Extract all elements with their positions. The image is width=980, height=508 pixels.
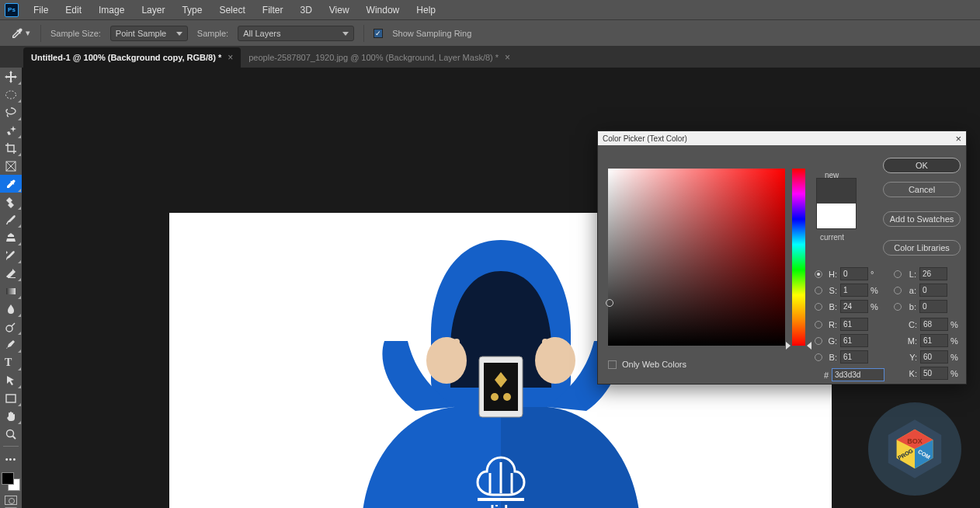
screen-mode-button[interactable] — [0, 505, 22, 508]
hue-indicator-right-icon — [807, 342, 811, 350]
svg-rect-8 — [478, 498, 524, 501]
ok-button[interactable]: OK — [883, 158, 961, 173]
svg-point-0 — [6, 91, 16, 99]
svg-rect-15 — [542, 339, 548, 360]
quick-mask-toggle[interactable] — [5, 496, 17, 505]
add-to-swatches-button[interactable]: Add to Swatches — [883, 211, 961, 227]
cancel-button[interactable]: Cancel — [883, 182, 961, 197]
radio-g[interactable] — [815, 337, 822, 345]
blur-tool[interactable] — [0, 300, 22, 318]
g-input[interactable] — [840, 334, 868, 347]
radio-h[interactable] — [815, 270, 822, 278]
brush-tool[interactable] — [0, 211, 22, 228]
menu-image[interactable]: Image — [90, 5, 133, 16]
marquee-tool[interactable] — [0, 85, 22, 103]
close-icon[interactable]: × — [505, 52, 510, 63]
hue-slider[interactable] — [792, 169, 805, 346]
k-input[interactable] — [920, 367, 948, 380]
tab-label: people-2587807_1920.jpg @ 100% (Backgrou… — [248, 53, 499, 62]
m-input[interactable] — [920, 334, 948, 347]
history-brush-tool[interactable] — [0, 246, 22, 264]
radio-r[interactable] — [815, 321, 822, 329]
frame-tool[interactable] — [0, 157, 22, 175]
svg-rect-2 — [6, 288, 16, 294]
hex-input[interactable] — [832, 368, 884, 381]
clone-stamp-tool[interactable] — [0, 228, 22, 246]
dialog-titlebar[interactable]: Color Picker (Text Color) × — [598, 131, 966, 145]
eraser-tool[interactable] — [0, 264, 22, 282]
close-icon[interactable]: × — [955, 133, 961, 144]
saturation-brightness-field[interactable] — [608, 169, 785, 346]
radio-l[interactable] — [894, 270, 902, 278]
menu-window[interactable]: Window — [358, 5, 408, 16]
color-swatches[interactable] — [2, 472, 20, 491]
quick-selection-tool[interactable] — [0, 121, 22, 139]
divider — [3, 446, 19, 447]
type-tool[interactable]: T — [0, 353, 22, 371]
active-tool-eyedropper-icon[interactable]: ▾ — [9, 25, 31, 42]
radio-b[interactable] — [815, 303, 822, 311]
dialog-title: Color Picker (Text Color) — [603, 134, 687, 143]
a-input[interactable] — [919, 284, 947, 297]
svg-rect-14 — [454, 339, 460, 360]
sample-size-select[interactable]: Point Sample — [110, 26, 188, 41]
radio-s[interactable] — [815, 287, 822, 294]
color-preview — [816, 178, 857, 229]
svg-rect-17 — [561, 341, 567, 363]
menu-view[interactable]: View — [321, 5, 358, 16]
close-icon[interactable]: × — [228, 52, 233, 63]
eyedropper-tool[interactable] — [0, 175, 22, 193]
gradient-tool[interactable] — [0, 282, 22, 300]
svg-rect-12 — [435, 341, 441, 363]
menu-filter[interactable]: Filter — [254, 5, 292, 16]
r-input[interactable] — [840, 318, 868, 331]
hand-tool[interactable] — [0, 407, 22, 425]
zoom-tool[interactable] — [0, 425, 22, 443]
move-tool[interactable] — [0, 68, 22, 85]
c-input[interactable] — [920, 318, 948, 331]
path-selection-tool[interactable] — [0, 371, 22, 389]
bl-input[interactable] — [919, 300, 947, 313]
l-input[interactable] — [919, 267, 947, 280]
label-current: current — [820, 233, 844, 242]
menu-file[interactable]: File — [25, 5, 57, 16]
edit-toolbar-button[interactable]: ••• — [0, 450, 22, 468]
sample-layers-select[interactable]: All Layers — [238, 26, 354, 41]
web-colors-checkbox[interactable] — [608, 360, 617, 369]
document-tabs: Untitled-1 @ 100% (Background copy, RGB/… — [0, 46, 980, 68]
tools-panel: T ••• — [0, 68, 22, 508]
y-input[interactable] — [920, 350, 948, 364]
pen-tool[interactable] — [0, 336, 22, 353]
bv-input[interactable] — [840, 300, 868, 313]
show-sampling-ring-checkbox[interactable]: ✓ — [374, 29, 383, 38]
svg-point-3 — [6, 325, 12, 332]
current-color-swatch — [817, 204, 856, 228]
s-input[interactable] — [840, 284, 868, 297]
tab-people-jpg[interactable]: people-2587807_1920.jpg @ 100% (Backgrou… — [241, 47, 518, 68]
svg-text:adidas: adidas — [476, 503, 525, 508]
tab-untitled-1[interactable]: Untitled-1 @ 100% (Background copy, RGB/… — [23, 47, 241, 68]
spot-healing-tool[interactable] — [0, 193, 22, 211]
menu-help[interactable]: Help — [408, 5, 444, 16]
color-cursor[interactable] — [606, 299, 613, 307]
menu-3d[interactable]: 3D — [291, 5, 320, 16]
menu-type[interactable]: Type — [173, 5, 210, 16]
menu-select[interactable]: Select — [210, 5, 253, 16]
sample-label: Sample: — [197, 29, 228, 38]
menu-layer[interactable]: Layer — [133, 5, 173, 16]
radio-bb[interactable] — [815, 353, 822, 361]
color-libraries-button[interactable]: Color Libraries — [883, 240, 961, 256]
lasso-tool[interactable] — [0, 103, 22, 121]
dodge-tool[interactable] — [0, 318, 22, 336]
crop-tool[interactable] — [0, 139, 22, 157]
foreground-color-swatch[interactable] — [2, 472, 14, 485]
b-input[interactable] — [840, 350, 868, 364]
radio-a[interactable] — [894, 287, 902, 294]
menu-edit[interactable]: Edit — [57, 5, 90, 16]
h-input[interactable] — [840, 267, 868, 280]
color-picker-dialog: Color Picker (Text Color) × new current … — [597, 130, 967, 384]
show-sampling-ring-label: Show Sampling Ring — [392, 29, 471, 38]
radio-bl[interactable] — [894, 303, 902, 311]
rectangle-tool[interactable] — [0, 389, 22, 407]
hue-indicator-left-icon — [786, 342, 791, 350]
